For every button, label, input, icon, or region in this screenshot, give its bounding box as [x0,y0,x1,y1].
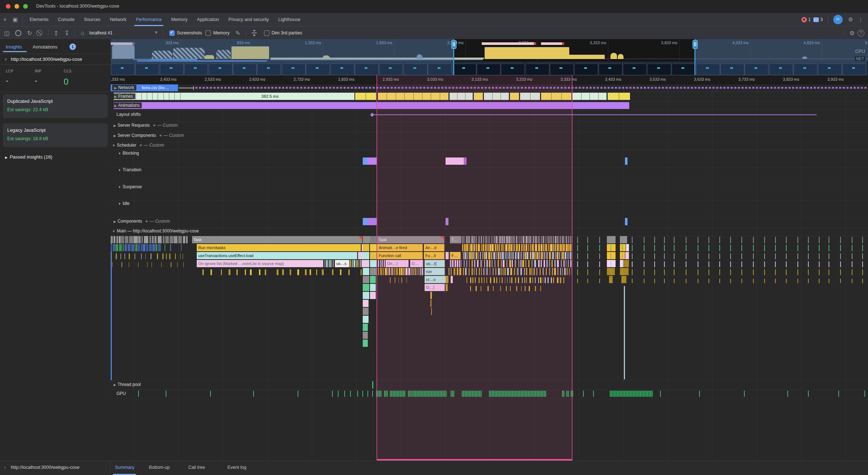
screenshot-thumbnail[interactable] [599,62,622,75]
error-count[interactable]: 1 [808,17,811,22]
flame-stack-bar[interactable] [363,316,369,323]
flame-stack-bar[interactable] [620,268,629,275]
gpu-event[interactable] [166,391,166,397]
flame-stack-bar[interactable] [363,236,369,243]
blocking-event-bar[interactable] [363,157,367,165]
passed-insights-toggle[interactable]: ▶Passed insights (16) [5,154,52,160]
flame-stack-bar[interactable] [363,340,368,347]
insight-card[interactable]: Duplicated JavaScriptEst savings: 22.4 k… [3,94,108,118]
gpu-event[interactable] [367,391,368,397]
bottom-tab-call-tree[interactable]: Call tree [188,465,205,470]
gpu-event[interactable] [210,391,211,397]
component-event-bar[interactable] [367,218,376,225]
component-event-bar[interactable] [625,218,627,225]
selection-bottom-bar[interactable] [377,459,572,461]
dim-3rd-parties-label[interactable]: Dim 3rd parties [272,30,302,35]
gpu-event[interactable] [253,391,254,397]
screenshot-thumbnail[interactable] [623,62,647,75]
flame-stack-bar[interactable] [363,300,369,307]
gpu-event[interactable] [744,391,745,397]
gpu-event[interactable] [808,391,809,397]
insight-set-url[interactable]: http://localhost:3000/webgpu-cose [11,56,82,62]
bottom-tab-event-log[interactable]: Event log [227,465,246,470]
close-window-button[interactable] [6,4,10,9]
flame-stack-bar[interactable] [370,260,376,267]
home-origin-icon[interactable]: ⌂ [77,30,88,36]
flame-bar[interactable]: us…s [335,260,349,267]
screenshot-thumbnail[interactable] [672,62,695,75]
track-label-server-components[interactable]: ▶Server Components✳— Custom [114,133,184,138]
flame-stack-bar[interactable] [626,244,629,251]
toggle-sidebar-icon[interactable]: ◫ [1,30,12,37]
gpu-event[interactable] [138,391,139,397]
overview-drag-handle-grip[interactable] [693,40,698,49]
flame-stack-bar[interactable] [363,332,368,339]
overview-drag-handle-grip[interactable] [451,40,456,49]
tab-annotations[interactable]: Annotations [33,44,58,50]
device-toolbar-icon[interactable]: ▣ [10,16,20,23]
track-label-main[interactable]: ▼Main — http://localhost:3000/webgpu-cos… [112,228,199,234]
tab-application[interactable]: Application [192,13,224,26]
flame-stack-bar[interactable] [165,244,165,251]
chevron-right-icon[interactable]: › [4,465,6,470]
issue-count[interactable]: 3 [820,17,823,22]
track-label-scheduler-transition[interactable]: ▼Transition [118,167,141,172]
flame-stack-bar[interactable] [370,292,376,299]
flame-stack-bar[interactable] [363,284,369,291]
flame-bar[interactable]: useTransactions.useEffect.load [197,252,357,259]
track-label-scheduler-idle[interactable]: ▼Idle [118,201,129,206]
tab-privacy-and-security[interactable]: Privacy and security [224,13,274,26]
download-profile-icon[interactable]: ↧ [61,30,72,37]
flame-stack-bar[interactable] [363,276,369,283]
zoom-window-button[interactable] [23,4,28,9]
flame-stack-bar[interactable] [607,260,616,267]
frame-duration-label[interactable]: 382.5 ms [186,93,354,100]
flame-stack-bar[interactable] [363,324,368,331]
gpu-event-cluster[interactable] [610,391,653,397]
track-label-gpu[interactable]: GPU [116,391,126,396]
tab-console[interactable]: Console [53,13,79,26]
flame-stack-bar[interactable] [624,260,629,267]
track-label-thread-pool[interactable]: ▶Thread pool [114,382,141,387]
settings-gear-icon[interactable]: ⚙ [846,16,856,23]
tab-memory[interactable]: Memory [166,13,192,26]
track-label-animations[interactable]: ▶Animations [112,102,142,108]
collapse-tracks-icon[interactable] [251,30,258,36]
track-label-server-requests[interactable]: ▶Server Requests✳— Custom [114,123,178,128]
flame-stack-bar[interactable] [370,236,376,243]
screenshots-label[interactable]: Screenshots [177,30,202,35]
flame-stack-bar[interactable] [363,244,369,251]
gpu-event[interactable] [699,391,700,397]
bottom-url[interactable]: http://localhost:3000/webgpu-cose [11,465,80,470]
flame-stack-bar[interactable] [620,260,624,267]
timeline-overview[interactable]: 333 ms833 ms1,333 ms1,833 ms2,333 ms2,83… [111,39,868,62]
clear-icon[interactable]: ⃠ [35,30,46,36]
screenshot-thumbnail[interactable] [501,62,525,75]
screenshot-thumbnail[interactable] [647,62,671,75]
dim-3rd-parties-checkbox[interactable] [264,30,269,36]
profile-select[interactable]: localhost #1 ▼ [89,30,158,35]
flame-bar[interactable]: On ignore list (Marked …noreList in sour… [197,260,323,267]
flame-stack-bar[interactable] [363,308,369,315]
record-button[interactable] [15,30,21,36]
screenshot-thumbnail[interactable] [574,62,598,75]
gpu-event[interactable] [864,391,865,397]
tab-lighthouse[interactable]: Lighthouse [273,13,305,26]
screenshots-checkbox[interactable] [169,30,175,36]
help-icon[interactable]: ? [858,30,864,37]
flame-stack-bar[interactable] [620,236,627,243]
screenshot-thumbnail[interactable] [550,62,574,75]
memory-checkbox[interactable] [205,30,211,36]
tab-insights[interactable]: Insights [6,44,22,50]
gpu-event[interactable] [787,391,788,397]
flame-stack-bar[interactable] [363,260,369,267]
flame-bar[interactable]: Run microtasks [197,244,361,251]
upload-profile-icon[interactable]: ↥ [51,30,61,37]
gpu-event[interactable] [583,391,584,397]
flame-stack-bar[interactable] [370,252,376,259]
track-label-network[interactable]: ▶Network [112,85,136,91]
track-label-frames[interactable]: ▶Frames [112,93,135,99]
selection-overlay[interactable]: 그래프 레이아웃 배치 439.95 ms [376,75,573,461]
gpu-event[interactable] [362,391,363,397]
ai-assistant-button[interactable]: ⌲ [833,15,843,24]
